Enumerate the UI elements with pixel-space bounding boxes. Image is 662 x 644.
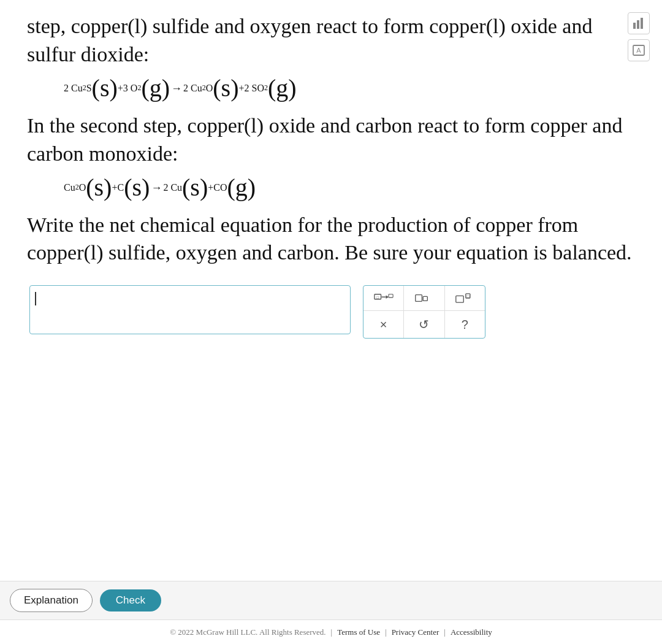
eq1-state3: (s)	[213, 76, 238, 101]
eq2-o: O	[79, 183, 86, 193]
eq1-plus1: +3 O	[118, 83, 138, 93]
eq2-cu2o: Cu	[64, 183, 75, 193]
sidebyside-icon	[414, 292, 434, 304]
svg-rect-0	[633, 23, 636, 29]
toolbar-btn-subscript-arrow[interactable]: □	[363, 286, 404, 310]
svg-rect-1	[637, 20, 639, 29]
question-paragraph: Write the net chemical equation for the …	[27, 211, 635, 267]
main-content: step, copper(l) sulfide and oxygen react…	[0, 0, 662, 339]
eq2-state4: (g)	[227, 175, 256, 200]
eq2-coeff2: 2 Cu	[163, 183, 182, 193]
toolbar-row-2: × ↺ ?	[363, 311, 485, 338]
eq1-state1: (s)	[92, 76, 118, 101]
eq2-state2: (s)	[124, 175, 150, 200]
eq1-state4: (g)	[268, 76, 297, 101]
footer: © 2022 McGraw Hill LLC. All Rights Reser…	[0, 619, 662, 645]
equation-input-box[interactable]	[29, 285, 351, 334]
svg-rect-12	[456, 296, 463, 303]
toolbar-row-1: □	[363, 286, 485, 311]
eq2-arrow: →	[151, 182, 162, 193]
toolbar-btn-reset[interactable]: ↺	[404, 311, 444, 338]
reset-icon: ↺	[419, 317, 429, 332]
toolbar-btn-help[interactable]: ?	[445, 311, 485, 338]
eq2-plus2: +CO	[208, 183, 227, 193]
answer-area: □	[27, 285, 635, 339]
subscript-arrow-icon: □	[374, 292, 394, 304]
eq1-arrow: →	[171, 83, 182, 94]
equation-toolbar: □	[363, 285, 485, 339]
equation-1: 2 Cu 2 S (s) +3 O 2 (g) → 2 Cu 2 O (s) +…	[64, 76, 635, 101]
footer-privacy-link[interactable]: Privacy Center	[392, 626, 439, 638]
svg-text:□: □	[467, 294, 470, 298]
side-icons-panel: A	[628, 12, 650, 61]
check-button[interactable]: Check	[100, 589, 161, 611]
bottom-bar: Explanation Check © 2022 McGraw Hill LLC…	[0, 581, 662, 645]
svg-rect-9	[389, 294, 393, 297]
explanation-button[interactable]: Explanation	[10, 589, 93, 612]
svg-rect-10	[416, 295, 422, 302]
eq2-plus1: +C	[112, 183, 124, 193]
eq1-state2: (g)	[141, 76, 170, 101]
eq2-state1: (s)	[86, 175, 112, 200]
footer-terms-link[interactable]: Terms of Use	[337, 626, 380, 638]
help-icon: ?	[462, 318, 468, 332]
eq1-coeff2: 2 Cu	[183, 83, 202, 93]
eq1-s1: S	[86, 83, 92, 93]
chart-icon	[632, 17, 645, 30]
footer-copyright: © 2022 McGraw Hill LLC. All Rights Reser…	[170, 626, 325, 638]
intro-paragraph-1: step, copper(l) sulfide and oxygen react…	[27, 12, 635, 69]
eq1-plus2: +2 SO	[238, 83, 264, 93]
svg-rect-11	[423, 297, 427, 301]
eq1-coeff1: 2 Cu	[64, 83, 83, 93]
eq1-o1: O	[206, 83, 213, 93]
footer-accessibility-link[interactable]: Accessibility	[451, 626, 492, 638]
eq2-state3: (s)	[182, 175, 208, 200]
toolbar-btn-sidebyside[interactable]	[404, 286, 444, 310]
intro-paragraph-2: In the second step, copper(l) oxide and …	[27, 112, 635, 168]
image-icon: A	[632, 44, 645, 57]
svg-rect-2	[641, 18, 643, 29]
image-icon-button[interactable]: A	[628, 39, 650, 61]
equation-2: Cu 2 O (s) +C (s) → 2 Cu (s) +CO (g)	[64, 175, 635, 200]
bottom-buttons-row: Explanation Check	[0, 581, 662, 619]
toolbar-btn-clear[interactable]: ×	[363, 311, 404, 338]
text-cursor	[35, 292, 36, 305]
svg-marker-8	[386, 296, 388, 299]
toolbar-btn-superscript[interactable]: □	[445, 286, 485, 310]
svg-text:□: □	[376, 295, 379, 299]
svg-text:A: A	[636, 47, 641, 54]
superscript-icon: □	[455, 292, 474, 304]
chart-icon-button[interactable]	[628, 12, 650, 34]
clear-icon: ×	[380, 318, 387, 332]
